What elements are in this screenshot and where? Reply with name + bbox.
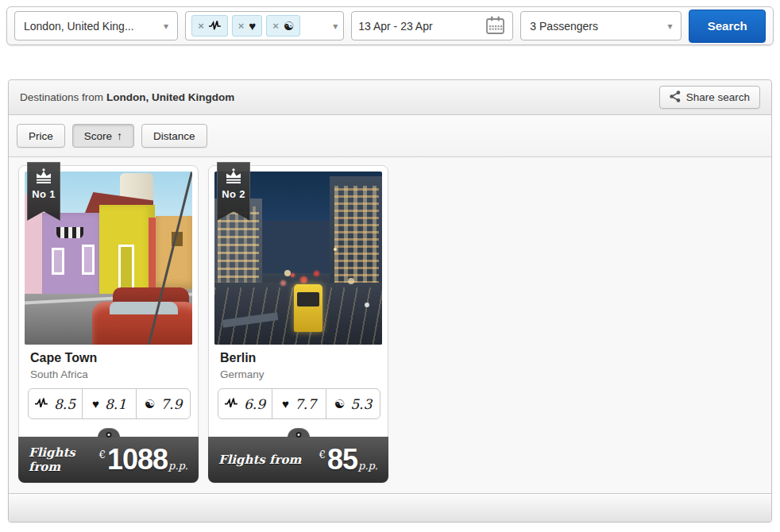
score-activity: 6.9 [218,389,272,418]
score-relaxation: ☯ 5.3 [326,389,380,418]
heart-icon: ♥ [249,20,256,32]
chevron-down-icon: ▾ [333,21,338,31]
date-range-value: 13 Apr - 23 Apr [358,20,432,33]
results-header-prefix: Destinations from [20,91,103,103]
destination-search-page: London, United King... ▾ × × ♥ × ☯ ▾ 13 … [0,0,780,532]
crown-icon [223,168,244,184]
rank-label: No 1 [32,188,55,200]
remove-tag-icon[interactable]: × [272,21,279,31]
yinyang-icon: ☯ [145,398,155,410]
price-tag: Flights from € 85 p.p. [208,437,388,483]
sort-price-label: Price [29,130,53,142]
pulse-icon [225,397,238,411]
city-name: Cape Town [30,351,97,365]
remove-tag-icon[interactable]: × [198,21,204,31]
passengers-dropdown[interactable]: 3 Passengers ▾ [520,11,682,40]
interests-multiselect[interactable]: × × ♥ × ☯ ▾ [185,11,344,40]
score-value: 7.9 [160,396,182,412]
score-box: 8.5 ♥ 8.1 ☯ 7.9 [28,388,191,419]
country-name: Germany [220,368,265,380]
results-header-origin: London, United Kingdom [106,91,234,103]
destination-cards: No 1 Cape Town South Africa [9,157,771,491]
heart-icon: ♥ [92,398,99,410]
currency-symbol: € [319,449,326,461]
score-romance: ♥ 7.7 [272,389,326,418]
chevron-down-icon: ▾ [667,21,672,31]
interest-tag-relaxation[interactable]: × ☯ [266,15,300,37]
chevron-down-icon: ▾ [164,21,168,31]
interest-tag-romance[interactable]: × ♥ [232,15,263,37]
sort-distance-button[interactable]: Distance [141,124,207,148]
price-label: Flights from [218,453,301,467]
crown-icon [33,168,54,184]
price-label: Flights from [29,445,99,474]
share-search-button[interactable]: Share search [659,86,760,109]
price-amount: 1088 [107,446,168,473]
score-value: 8.5 [54,396,75,412]
score-romance: ♥ 8.1 [82,389,136,418]
sort-distance-label: Distance [153,130,195,142]
origin-dropdown[interactable]: London, United King... ▾ [14,11,178,40]
score-activity: 8.5 [29,389,82,418]
country-name: South Africa [30,368,88,380]
pulse-icon [35,397,48,411]
calendar-icon[interactable] [485,14,506,38]
tag-hole [295,432,301,438]
score-box: 6.9 ♥ 7.7 ☯ 5.3 [218,388,380,419]
results-panel: Destinations from London, United Kingdom… [8,79,772,522]
date-range-field[interactable]: 13 Apr - 23 Apr [351,11,513,40]
pulse-icon [209,20,222,33]
score-value: 6.9 [244,396,265,412]
price-value: € 1088 p.p. [99,446,188,473]
results-header: Destinations from London, United Kingdom… [9,80,771,115]
tag-hole [106,432,111,438]
search-button[interactable]: Search [689,10,766,43]
search-bar: London, United King... ▾ × × ♥ × ☯ ▾ 13 … [6,6,774,45]
score-value: 7.7 [295,396,316,412]
currency-symbol: € [99,449,106,461]
share-search-label: Share search [686,91,750,103]
sort-price-button[interactable]: Price [17,124,65,148]
per-person-label: p.p. [168,460,188,472]
origin-value: London, United King... [24,20,134,33]
destination-card-berlin[interactable]: No 2 Berlin Germany [208,165,388,483]
share-icon [670,91,681,105]
panel-footer [9,493,771,522]
arrow-up-icon: ↑ [117,129,122,142]
per-person-label: p.p. [358,460,378,472]
city-name: Berlin [220,351,256,365]
score-value: 8.1 [105,396,126,412]
yinyang-icon: ☯ [334,398,345,410]
price-amount: 85 [327,446,357,473]
heart-icon: ♥ [282,398,289,410]
interest-tag-activity[interactable]: × [191,15,228,37]
score-relaxation: ☯ 7.9 [136,389,190,418]
price-value: € 85 p.p. [319,446,378,473]
sort-score-label: Score [84,130,112,142]
sort-toolbar: Price Score ↑ Distance [9,115,771,157]
remove-tag-icon[interactable]: × [238,21,245,31]
rank-label: No 2 [222,188,245,200]
sort-score-button[interactable]: Score ↑ [72,124,134,148]
price-tag: Flights from € 1088 p.p. [18,437,199,483]
destination-card-cape-town[interactable]: No 1 Cape Town South Africa [18,165,199,483]
score-value: 5.3 [350,396,372,412]
yinyang-icon: ☯ [284,20,294,32]
passengers-value: 3 Passengers [530,20,598,33]
